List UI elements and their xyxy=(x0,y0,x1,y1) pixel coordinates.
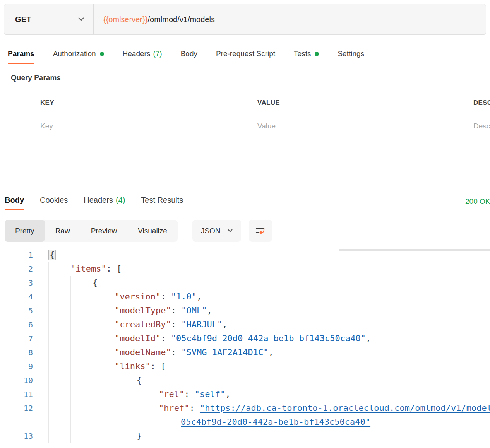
response-url-link[interactable]: "https://adb.ca-toronto-1.oraclecloud.co… xyxy=(200,403,490,413)
response-tab-cookies[interactable]: Cookies xyxy=(40,191,68,210)
response-tab-test-results-label: Test Results xyxy=(141,196,183,205)
indent-guide xyxy=(137,387,159,401)
column-header-description: DESCRIPTION xyxy=(466,92,490,113)
indent-guide xyxy=(115,387,137,401)
code-token: , xyxy=(366,333,371,343)
line-content: "rel": "self", xyxy=(48,387,230,401)
line-number: 5 xyxy=(0,304,33,318)
headers-count-badge: (7) xyxy=(153,50,162,58)
response-headers-count-badge: (4) xyxy=(116,196,125,205)
param-value-input[interactable] xyxy=(257,122,466,130)
code-line: 12"href": "https://adb.ca-toronto-1.orac… xyxy=(0,401,490,415)
code-text: } xyxy=(137,429,142,443)
tab-params[interactable]: Params xyxy=(8,44,34,64)
indent-guide xyxy=(93,387,115,401)
method-selector[interactable]: GET xyxy=(4,4,94,34)
indent-guide xyxy=(70,373,93,387)
code-token: : [ xyxy=(106,264,122,274)
indent-guide xyxy=(93,401,115,415)
indent-guide xyxy=(48,332,70,345)
param-description-input[interactable] xyxy=(473,122,490,130)
url-input[interactable]: {{omlserver}}/omlmod/v1/models xyxy=(94,4,486,34)
query-params-title: Query Params xyxy=(11,74,490,82)
postman-request-view: GET {{omlserver}}/omlmod/v1/models Param… xyxy=(0,4,490,443)
tab-tests[interactable]: Tests xyxy=(294,44,319,64)
indent-guide xyxy=(93,373,115,387)
tab-params-label: Params xyxy=(8,50,34,58)
code-text: "createdBy": "HARJUL", xyxy=(115,318,227,332)
indent-guide xyxy=(48,429,70,443)
line-content: 05c4bf9d-20d0-442a-be1b-bf143c50ca40" xyxy=(48,415,370,429)
view-tab-preview[interactable]: Preview xyxy=(81,220,128,242)
indent-guide xyxy=(93,290,115,304)
tab-headers[interactable]: Headers (7) xyxy=(123,44,162,64)
code-line: 05c4bf9d-20d0-442a-be1b-bf143c50ca40" xyxy=(0,415,490,429)
param-key-input[interactable] xyxy=(40,122,249,130)
view-mode-switcher: Pretty Raw Preview Visualize xyxy=(5,220,178,242)
indent-guide xyxy=(48,359,70,373)
code-token: { xyxy=(93,278,98,287)
indent-guide xyxy=(93,345,115,359)
param-value-cell xyxy=(249,113,466,139)
indent-guide xyxy=(70,345,93,359)
indent-guide xyxy=(48,415,70,429)
indent-guide xyxy=(70,290,93,304)
response-tab-headers-label: Headers xyxy=(84,196,113,205)
indent-guide xyxy=(48,373,70,387)
code-token: "SVMG_1AF2A14D1C" xyxy=(181,347,268,357)
indent-guide xyxy=(93,415,115,429)
code-line: 11"rel": "self", xyxy=(0,387,490,401)
indent-guide xyxy=(70,359,93,373)
authorization-status-dot xyxy=(100,52,104,56)
response-tab-cookies-label: Cookies xyxy=(40,196,68,205)
line-content: "items": [ xyxy=(48,262,122,276)
code-token: { xyxy=(137,375,142,385)
wrap-text-button[interactable] xyxy=(249,220,272,242)
response-tab-body[interactable]: Body xyxy=(5,191,24,210)
line-number: 11 xyxy=(0,387,33,401)
code-token: "createdBy" xyxy=(115,320,171,329)
code-line: 13} xyxy=(0,429,490,443)
code-token: "modelType" xyxy=(115,306,171,315)
line-number: 4 xyxy=(0,290,33,304)
line-number: 2 xyxy=(0,262,33,276)
view-tab-raw[interactable]: Raw xyxy=(45,220,81,242)
horizontal-scrollbar[interactable] xyxy=(339,249,490,251)
view-tab-preview-label: Preview xyxy=(91,227,117,235)
code-text: 05c4bf9d-20d0-442a-be1b-bf143c50ca40" xyxy=(181,415,370,429)
view-tab-pretty-label: Pretty xyxy=(15,227,34,235)
indent-guide xyxy=(48,276,70,290)
tab-settings[interactable]: Settings xyxy=(338,44,364,64)
view-tab-visualize[interactable]: Visualize xyxy=(127,220,178,242)
code-token: "modelName" xyxy=(115,347,171,357)
indent-guide xyxy=(115,401,137,415)
tab-body[interactable]: Body xyxy=(181,44,197,64)
response-url-link[interactable]: 05c4bf9d-20d0-442a-be1b-bf143c50ca40" xyxy=(181,417,370,427)
indent-guide xyxy=(70,332,93,345)
code-token: "OML" xyxy=(181,306,207,315)
line-content: { xyxy=(48,276,98,290)
response-section-spacer xyxy=(0,139,490,191)
indent-guide xyxy=(48,401,70,415)
line-number: 6 xyxy=(0,318,33,332)
line-number: 13 xyxy=(0,429,33,443)
view-tab-pretty[interactable]: Pretty xyxy=(5,220,45,242)
code-token: "self" xyxy=(195,389,225,399)
code-text: "modelType": "OML", xyxy=(115,304,212,318)
response-tab-headers[interactable]: Headers (4) xyxy=(84,191,125,210)
code-line: 3{ xyxy=(0,276,490,290)
code-text: "modelId": "05c4bf9d-20d0-442a-be1b-bf14… xyxy=(115,332,371,345)
indent-guide xyxy=(48,304,70,318)
code-token: : xyxy=(171,347,182,357)
tab-pre-request-script[interactable]: Pre-request Script xyxy=(216,44,275,64)
tests-status-dot xyxy=(315,52,319,56)
tab-authorization[interactable]: Authorization xyxy=(53,44,104,64)
code-token: "05c4bf9d-20d0-442a-be1b-bf143c50ca40" xyxy=(171,333,366,343)
response-tab-test-results[interactable]: Test Results xyxy=(141,191,183,210)
chevron-down-icon xyxy=(78,17,84,21)
code-token: , xyxy=(225,389,230,399)
param-description-cell xyxy=(466,113,490,139)
format-dropdown[interactable]: JSON xyxy=(192,220,241,242)
line-content: "links": [ xyxy=(48,359,166,373)
indent-guide xyxy=(137,401,159,415)
